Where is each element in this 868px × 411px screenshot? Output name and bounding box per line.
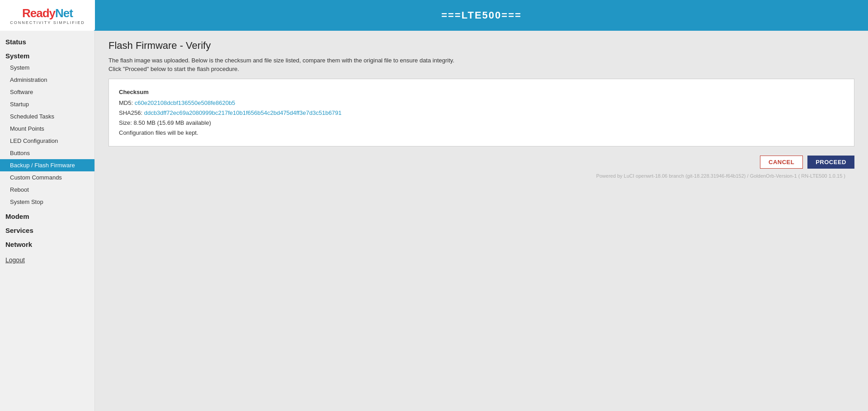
sha256-row: SHA256: ddcb3dff72ec69a2080999bc217fe10b… — [119, 108, 844, 118]
header-title: ===LTE500=== — [95, 9, 868, 21]
page-title: Flash Firmware - Verify — [108, 40, 854, 52]
sidebar-item-led-configuration[interactable]: LED Configuration — [0, 135, 94, 147]
header: ReadyNet CONNECTIVITY SIMPLIFIED ===LTE5… — [0, 0, 868, 31]
main-content: Flash Firmware - Verify The flash image … — [95, 31, 868, 411]
sidebar-item-buttons[interactable]: Buttons — [0, 147, 94, 159]
sidebar-item-scheduled-tasks[interactable]: Scheduled Tasks — [0, 110, 94, 123]
checksum-label: Checksum — [119, 87, 844, 97]
sidebar-section-system[interactable]: System — [0, 47, 94, 61]
sidebar-section-modem[interactable]: Modem — [0, 208, 94, 222]
sidebar-item-software[interactable]: Software — [0, 86, 94, 98]
checksum-info-box: Checksum MD5: c60e202108dcbf136550e508fe… — [108, 79, 854, 146]
logo-text: ReadyNet — [22, 6, 73, 20]
sidebar-item-mount-points[interactable]: Mount Points — [0, 123, 94, 135]
sidebar: Status System System Administration Soft… — [0, 31, 95, 411]
sha256-value[interactable]: ddcb3dff72ec69a2080999bc217fe10b1f656b54… — [144, 109, 342, 116]
config-note: Configuration files will be kept. — [119, 128, 844, 138]
md5-row: MD5: c60e202108dcbf136550e508fe8620b5 — [119, 98, 844, 108]
sidebar-item-administration[interactable]: Administration — [0, 74, 94, 86]
logo-sub: CONNECTIVITY SIMPLIFIED — [10, 20, 85, 25]
logo: ReadyNet CONNECTIVITY SIMPLIFIED — [0, 0, 95, 31]
sidebar-item-system[interactable]: System — [0, 61, 94, 74]
md5-value[interactable]: c60e202108dcbf136550e508fe8620b5 — [135, 99, 236, 106]
sidebar-item-system-stop[interactable]: System Stop — [0, 196, 94, 208]
sidebar-logout[interactable]: Logout — [0, 250, 94, 266]
footer: Powered by LuCI openwrt-18.06 branch (gi… — [108, 169, 854, 183]
md5-label: MD5: — [119, 99, 133, 106]
sidebar-section-network[interactable]: Network — [0, 236, 94, 250]
cancel-button[interactable]: CANCEL — [760, 156, 803, 169]
sidebar-item-reboot[interactable]: Reboot — [0, 184, 94, 196]
page-desc-1: The flash image was uploaded. Below is t… — [108, 57, 854, 64]
action-row: CANCEL PROCEED — [108, 156, 854, 169]
body-wrap: Status System System Administration Soft… — [0, 31, 868, 411]
sidebar-item-backup-flash-firmware[interactable]: Backup / Flash Firmware — [0, 159, 94, 171]
sha256-label: SHA256: — [119, 109, 142, 116]
logo-ready: Ready — [22, 6, 55, 20]
sidebar-item-startup[interactable]: Startup — [0, 98, 94, 110]
sidebar-section-status[interactable]: Status — [0, 33, 94, 47]
sidebar-section-services[interactable]: Services — [0, 222, 94, 236]
proceed-button[interactable]: PROCEED — [807, 156, 854, 169]
logo-net: Net — [55, 6, 73, 20]
sidebar-item-custom-commands[interactable]: Custom Commands — [0, 171, 94, 184]
size-row: Size: 8.50 MB (15.69 MB available) — [119, 118, 844, 128]
page-desc-2: Click "Proceed" below to start the flash… — [108, 66, 854, 72]
